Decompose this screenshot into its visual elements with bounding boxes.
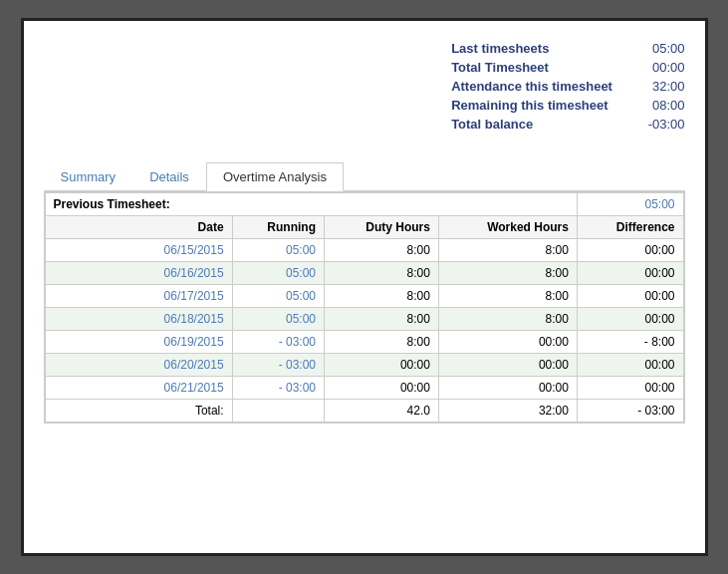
prev-label: Previous Timesheet: [45, 193, 232, 216]
cell-running: - 03:00 [232, 377, 324, 400]
prev-spacer [232, 193, 577, 216]
cell-running: - 03:00 [232, 354, 324, 377]
cell-duty: 8:00 [325, 308, 439, 331]
tab-details[interactable]: Details [132, 162, 206, 191]
cell-worked: 00:00 [438, 377, 577, 400]
cell-date: 06/21/2015 [45, 377, 232, 400]
cell-worked: 00:00 [438, 354, 577, 377]
table-row: 06/20/2015- 03:0000:0000:0000:00 [45, 354, 683, 377]
main-window: Last timesheets05:00Total Timesheet00:00… [21, 18, 708, 556]
total-worked: 32:00 [438, 400, 577, 423]
stat-label: Total Timesheet [451, 60, 549, 75]
tab-summary[interactable]: Summary [44, 162, 133, 191]
tab-overtime-analysis[interactable]: Overtime Analysis [206, 162, 344, 191]
header-section: Last timesheets05:00Total Timesheet00:00… [44, 41, 685, 142]
stat-label: Last timesheets [451, 41, 549, 56]
stat-value: -03:00 [648, 117, 685, 132]
table-row: 06/18/201505:008:008:0000:00 [45, 308, 683, 331]
table-row: 06/21/2015- 03:0000:0000:0000:00 [45, 377, 683, 400]
col-header-duty-hours: Duty Hours [325, 216, 439, 239]
cell-diff: 00:00 [577, 377, 683, 400]
col-header-worked-hours: Worked Hours [438, 216, 577, 239]
cell-running: 05:00 [232, 239, 324, 262]
stat-label: Total balance [451, 117, 533, 132]
cell-diff: 00:00 [577, 239, 683, 262]
cell-running: - 03:00 [232, 331, 324, 354]
stats-section: Last timesheets05:00Total Timesheet00:00… [451, 41, 684, 132]
cell-worked: 00:00 [438, 331, 577, 354]
cell-duty: 00:00 [325, 377, 439, 400]
stat-label: Attendance this timesheet [451, 79, 612, 94]
cell-duty: 00:00 [325, 354, 439, 377]
prev-value: 05:00 [577, 193, 683, 216]
cell-running: 05:00 [232, 308, 324, 331]
col-header-date: Date [45, 216, 232, 239]
cell-worked: 8:00 [438, 262, 577, 285]
cell-duty: 8:00 [325, 239, 439, 262]
stat-row: Total balance-03:00 [451, 117, 684, 132]
cell-duty: 8:00 [325, 285, 439, 308]
table-row: 06/17/201505:008:008:0000:00 [45, 285, 683, 308]
stat-value: 00:00 [652, 60, 685, 75]
stat-value: 08:00 [652, 98, 685, 113]
cell-date: 06/15/2015 [45, 239, 232, 262]
previous-timesheet-row: Previous Timesheet: 05:00 [45, 193, 683, 216]
cell-date: 06/16/2015 [45, 262, 232, 285]
cell-duty: 8:00 [325, 262, 439, 285]
overtime-table: Previous Timesheet: 05:00 DateRunningDut… [45, 192, 684, 423]
period-section [44, 41, 56, 132]
stat-row: Last timesheets05:00 [451, 41, 684, 56]
cell-duty: 8:00 [325, 331, 439, 354]
stat-row: Remaining this timesheet08:00 [451, 98, 684, 113]
cell-diff: 00:00 [577, 262, 683, 285]
cell-diff: 00:00 [577, 354, 683, 377]
cell-worked: 8:00 [438, 239, 577, 262]
tab-bar: SummaryDetailsOvertime Analysis [44, 161, 685, 191]
cell-worked: 8:00 [438, 285, 577, 308]
table-row: 06/19/2015- 03:008:0000:00- 8:00 [45, 331, 683, 354]
column-header-row: DateRunningDuty HoursWorked HoursDiffere… [45, 216, 683, 239]
table-row: 06/16/201505:008:008:0000:00 [45, 262, 683, 285]
overtime-table-container: Previous Timesheet: 05:00 DateRunningDut… [44, 191, 685, 424]
stat-value: 05:00 [652, 41, 685, 56]
cell-diff: - 8:00 [577, 331, 683, 354]
col-header-running: Running [232, 216, 324, 239]
cell-diff: 00:00 [577, 308, 683, 331]
stat-row: Total Timesheet00:00 [451, 60, 684, 75]
cell-running: 05:00 [232, 285, 324, 308]
stat-row: Attendance this timesheet32:00 [451, 79, 684, 94]
total-duty: 42.0 [325, 400, 439, 423]
col-header-difference: Difference [577, 216, 683, 239]
total-running-empty [232, 400, 324, 423]
cell-date: 06/20/2015 [45, 354, 232, 377]
cell-date: 06/17/2015 [45, 285, 232, 308]
table-row: 06/15/201505:008:008:0000:00 [45, 239, 683, 262]
total-diff: - 03:00 [577, 400, 683, 423]
total-row: Total: 42.0 32:00 - 03:00 [45, 400, 683, 423]
stat-label: Remaining this timesheet [451, 98, 607, 113]
stat-value: 32:00 [652, 79, 685, 94]
cell-diff: 00:00 [577, 285, 683, 308]
cell-running: 05:00 [232, 262, 324, 285]
cell-worked: 8:00 [438, 308, 577, 331]
cell-date: 06/18/2015 [45, 308, 232, 331]
cell-date: 06/19/2015 [45, 331, 232, 354]
total-label: Total: [45, 400, 232, 423]
